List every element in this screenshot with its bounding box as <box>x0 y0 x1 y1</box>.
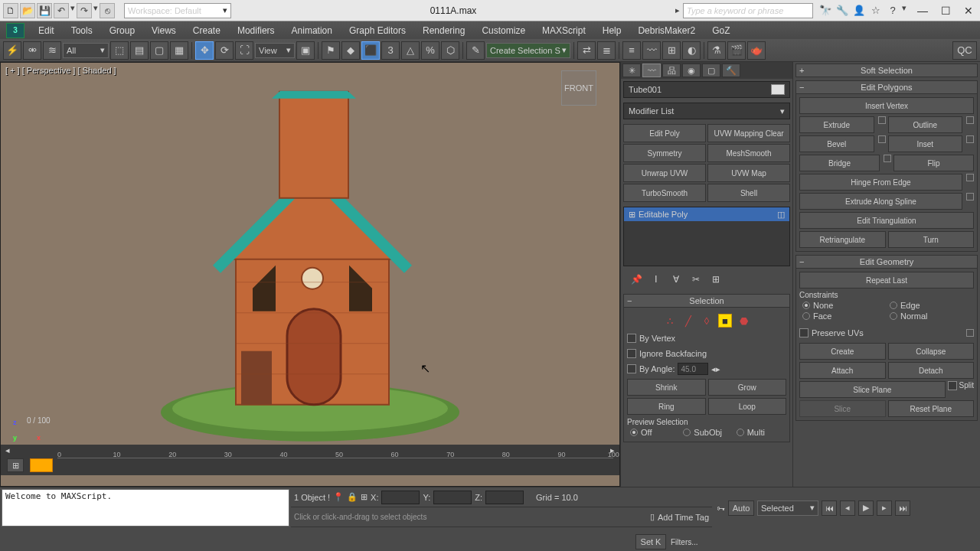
stack-vis-icon[interactable]: ◫ <box>777 210 785 220</box>
object-name-field[interactable]: Tube001 <box>623 81 790 98</box>
hinge-button[interactable]: Hinge From Edge <box>799 174 962 191</box>
preserve-uvs-check[interactable] <box>799 328 808 337</box>
flip-button[interactable]: Flip <box>893 155 974 171</box>
keyfilter-combo[interactable]: Selected▾ <box>757 500 818 516</box>
hinge-settings-icon[interactable] <box>966 174 974 181</box>
constraint-face-radio[interactable] <box>802 312 810 320</box>
menu-animation[interactable]: Animation <box>284 23 340 38</box>
preview-subobj-radio[interactable] <box>683 429 691 436</box>
edit-polys-header[interactable]: −Edit Polygons <box>795 80 978 94</box>
unlink-icon[interactable]: ⚮ <box>23 41 41 60</box>
mod-editpoly[interactable]: Edit Poly <box>623 124 706 142</box>
scale-icon[interactable]: ⛶ <box>235 41 253 60</box>
loop-button[interactable]: Loop <box>708 398 787 415</box>
key-filters-link[interactable]: Filters... <box>671 538 698 546</box>
extrude-spline-button[interactable]: Extrude Along Spline <box>799 193 962 210</box>
extrude-settings-icon[interactable] <box>878 116 886 124</box>
z-field[interactable] <box>485 491 524 504</box>
mod-turbosmooth[interactable]: TurboSmooth <box>623 184 706 202</box>
maximize-button[interactable]: ☐ <box>934 5 957 17</box>
time-slider[interactable]: ⊞ 010 2030 4050 6070 8090 100 <box>1 455 619 475</box>
tag-icon[interactable]: ▯ <box>650 512 655 522</box>
menu-rendering[interactable]: Rendering <box>415 23 472 38</box>
object-color-swatch[interactable] <box>771 84 785 95</box>
snap-toggle-icon[interactable]: ⬛ <box>361 41 380 60</box>
element-subobj-icon[interactable]: ⬣ <box>737 314 750 328</box>
slice-plane-button[interactable]: Slice Plane <box>799 381 946 398</box>
rect-select-icon[interactable]: ▢ <box>150 41 168 60</box>
mod-meshsmooth[interactable]: MeshSmooth <box>707 144 790 162</box>
viewcube[interactable]: FRONT <box>561 70 596 106</box>
collapse-button[interactable]: Collapse <box>888 343 975 360</box>
star-icon[interactable]: ☆ <box>868 3 884 18</box>
qc-button[interactable]: QC <box>952 41 977 60</box>
ignore-backfacing-check[interactable] <box>627 349 636 358</box>
menu-customize[interactable]: Customize <box>474 23 533 38</box>
manip-icon[interactable]: ⚑ <box>322 41 340 60</box>
shrink-button[interactable]: Shrink <box>627 379 706 396</box>
time-slider-handle[interactable] <box>30 458 53 472</box>
select-link-icon[interactable]: ⚡ <box>3 41 21 60</box>
bridge-button[interactable]: Bridge <box>799 155 880 171</box>
vertex-subobj-icon[interactable]: ∴ <box>663 314 677 328</box>
play-icon[interactable]: ▶ <box>858 500 874 516</box>
binoculars-icon[interactable]: 🔭 <box>818 3 833 18</box>
edit-tri-button[interactable]: Edit Triangulation <box>799 212 974 229</box>
border-subobj-icon[interactable]: ◊ <box>700 314 714 328</box>
app-logo-icon[interactable]: 3 <box>6 23 24 38</box>
angle-snap-icon[interactable]: △ <box>401 41 420 60</box>
menu-goz[interactable]: GoZ <box>704 23 737 38</box>
menu-grapheditors[interactable]: Graph Editors <box>341 23 413 38</box>
turn-button[interactable]: Turn <box>888 231 975 248</box>
add-time-tag[interactable]: Add Time Tag <box>658 513 709 522</box>
menu-create[interactable]: Create <box>185 23 228 38</box>
extrude-spline-settings-icon[interactable] <box>966 193 974 201</box>
angle-spinner[interactable] <box>678 363 708 375</box>
insert-vertex-button[interactable]: Insert Vertex <box>799 97 974 114</box>
redo-icon[interactable]: ↷ <box>77 3 92 18</box>
selection-rollout-header[interactable]: −Selection <box>623 294 790 308</box>
coord-icon[interactable]: ⊞ <box>361 492 368 502</box>
search-input[interactable]: Type a keyword or phrase <box>683 3 813 18</box>
display-tab-icon[interactable]: ▢ <box>702 64 720 77</box>
repeat-last-button[interactable]: Repeat Last <box>799 272 974 289</box>
next-frame-icon[interactable]: ▸ <box>877 500 892 516</box>
filter-combo[interactable]: All▾ <box>63 43 109 58</box>
window-crossing-icon[interactable]: ▦ <box>170 41 188 60</box>
setkey-button[interactable]: Set K <box>635 534 666 549</box>
modifier-stack[interactable]: ⊞ Editable Poly ◫ <box>623 207 790 266</box>
by-angle-check[interactable] <box>627 364 636 373</box>
menu-tools[interactable]: Tools <box>64 23 100 38</box>
menu-help[interactable]: Help <box>595 23 629 38</box>
select-name-icon[interactable]: ▤ <box>130 41 149 60</box>
create-button[interactable]: Create <box>799 343 886 360</box>
render-frame-icon[interactable]: 🎬 <box>727 41 746 60</box>
menu-views[interactable]: Views <box>144 23 184 38</box>
y-field[interactable] <box>433 491 472 504</box>
constraint-edge-radio[interactable] <box>890 302 897 309</box>
undo-icon[interactable]: ↶ <box>54 3 69 18</box>
unique-icon[interactable]: ∀ <box>669 274 683 285</box>
material-editor-icon[interactable]: ◐ <box>682 41 701 60</box>
percent-snap-icon[interactable]: % <box>421 41 439 60</box>
workspace-combo[interactable]: Workspace: Default▾ <box>124 3 231 18</box>
attach-button[interactable]: Attach <box>799 362 886 379</box>
show-end-icon[interactable]: Ⅰ <box>649 274 663 285</box>
curve-editor-icon[interactable]: 〰 <box>642 41 661 60</box>
spinner-snap-icon[interactable]: ⬡ <box>441 41 459 60</box>
render-setup-icon[interactable]: ⚗ <box>707 41 726 60</box>
mod-symmetry[interactable]: Symmetry <box>623 144 706 162</box>
refcoord-combo[interactable]: View▾ <box>255 43 295 58</box>
autokey-button[interactable]: Auto <box>728 500 754 516</box>
constraint-normal-radio[interactable] <box>890 312 897 320</box>
user-icon[interactable]: 👤 <box>851 3 867 18</box>
utilities-tab-icon[interactable]: 🔨 <box>722 64 740 77</box>
viewport-label[interactable]: [ + ] [ Perspective ] [ Shaded ] <box>5 66 116 75</box>
new-icon[interactable]: 🗋 <box>3 3 18 18</box>
schematic-icon[interactable]: ⊞ <box>662 41 681 60</box>
selection-set-combo[interactable]: Create Selection S▾ <box>486 43 570 58</box>
retriangulate-button[interactable]: Retriangulate <box>799 231 886 248</box>
rotate-icon[interactable]: ⟳ <box>215 41 234 60</box>
extrude-button[interactable]: Extrude <box>799 116 874 133</box>
soft-sel-header[interactable]: +Soft Selection <box>795 64 978 77</box>
